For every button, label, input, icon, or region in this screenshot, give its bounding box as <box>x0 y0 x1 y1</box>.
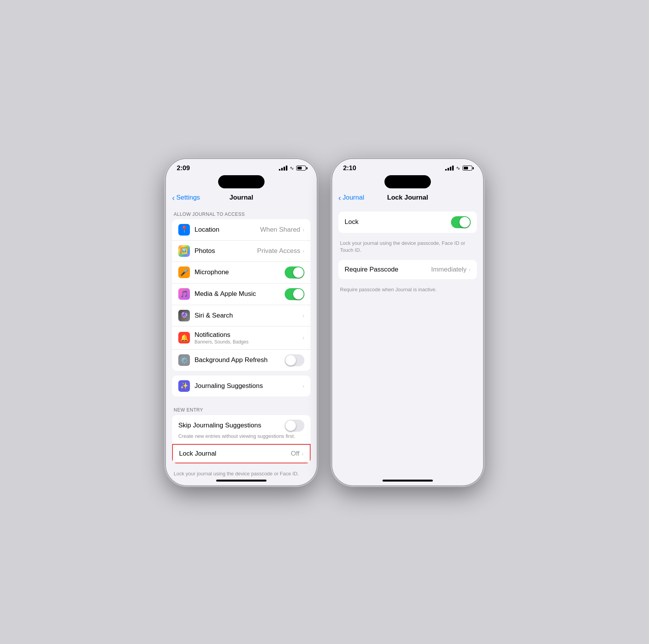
journaling-suggestions-chevron: › <box>302 383 304 389</box>
siri-chevron: › <box>302 313 304 319</box>
bg-refresh-row[interactable]: ⚙️ Background App Refresh <box>172 350 311 371</box>
location-label: Location <box>195 226 260 234</box>
wifi-icon-2: ∿ <box>456 165 460 171</box>
dynamic-island-2 <box>384 175 431 188</box>
media-toggle[interactable] <box>285 288 304 300</box>
new-entry-group: Skip Journaling Suggestions Create new e… <box>172 415 311 463</box>
home-indicator-2 <box>383 480 433 482</box>
media-icon: 🎵 <box>178 288 190 300</box>
journaling-suggestions-label: Journaling Suggestions <box>195 382 302 390</box>
battery-icon-2 <box>463 166 472 171</box>
lock-journal-row[interactable]: Lock Journal Off › <box>172 444 311 463</box>
home-indicator-1 <box>216 480 266 482</box>
back-chevron-2: ‹ <box>338 194 341 202</box>
nav-title-2: Lock Journal <box>387 194 428 202</box>
media-label: Media & Apple Music <box>195 290 285 298</box>
dynamic-island-1 <box>218 175 265 188</box>
notifications-sublabel: Banners, Sounds, Badges <box>195 339 302 345</box>
photos-row[interactable]: 🖼️ Photos Private Access › <box>172 241 311 262</box>
nav-bar-1: ‹ Settings Journal <box>166 191 317 205</box>
nav-bar-2: ‹ Journal Lock Journal <box>332 191 483 205</box>
time-1: 2:09 <box>177 164 190 172</box>
lock-journal-chevron: › <box>302 451 304 457</box>
signal-icon-2 <box>445 166 454 171</box>
section-header-access: ALLOW JOURNAL TO ACCESS <box>166 205 317 219</box>
bg-refresh-label: Background App Refresh <box>195 356 285 364</box>
siri-row[interactable]: 🔮 Siri & Search › <box>172 305 311 326</box>
lock-journal-label: Lock Journal <box>179 450 291 458</box>
back-button-2[interactable]: ‹ Journal <box>338 194 364 202</box>
status-icons-2: ∿ <box>445 165 472 171</box>
photos-chevron: › <box>302 248 304 254</box>
phone-2: 2:10 ∿ ‹ Journal Lock Journal <box>332 159 483 485</box>
notifications-icon: 🔔 <box>178 332 190 343</box>
battery-icon <box>296 166 306 171</box>
photos-icon: 🖼️ <box>178 245 190 257</box>
status-icons-1: ∿ <box>279 165 306 171</box>
location-chevron: › <box>302 227 304 233</box>
lock-toggle-label: Lock <box>345 218 451 226</box>
back-button-1[interactable]: ‹ Settings <box>172 194 200 202</box>
skip-journaling-sublabel: Create new entries without viewing sugge… <box>178 433 295 439</box>
notifications-label: Notifications <box>195 331 302 339</box>
content-1: ALLOW JOURNAL TO ACCESS 📍 Location When … <box>166 205 317 477</box>
signal-icon <box>279 166 287 171</box>
bg-refresh-toggle[interactable] <box>285 354 304 366</box>
microphone-icon: 🎤 <box>178 266 190 278</box>
siri-label: Siri & Search <box>195 312 302 319</box>
notifications-row[interactable]: 🔔 Notifications Banners, Sounds, Badges … <box>172 326 311 350</box>
siri-icon: 🔮 <box>178 310 190 321</box>
back-label-2: Journal <box>343 194 364 202</box>
journaling-suggestions-icon: ✨ <box>178 380 190 392</box>
skip-journaling-row[interactable]: Skip Journaling Suggestions Create new e… <box>172 415 311 444</box>
lock-group: Lock <box>338 212 477 233</box>
back-chevron-1: ‹ <box>172 194 175 202</box>
passcode-group: Require Passcode Immediately › <box>338 260 477 279</box>
passcode-description: Require passcode when Journal is inactiv… <box>332 284 483 299</box>
microphone-label: Microphone <box>195 268 285 276</box>
status-bar-2: 2:10 ∿ <box>332 159 483 175</box>
media-row[interactable]: 🎵 Media & Apple Music <box>172 284 311 305</box>
location-icon: 📍 <box>178 224 190 236</box>
journaling-suggestions-group: ✨ Journaling Suggestions › <box>172 376 311 396</box>
notifications-text: Notifications Banners, Sounds, Badges <box>195 331 302 345</box>
skip-journaling-toggle[interactable] <box>285 420 304 432</box>
lock-toggle-row[interactable]: Lock <box>338 212 477 233</box>
lock-description: Lock your journal using the device passc… <box>332 237 483 260</box>
journaling-suggestions-row[interactable]: ✨ Journaling Suggestions › <box>172 376 311 396</box>
lock-journal-description: Lock your journal using the device passc… <box>166 468 317 477</box>
passcode-label: Require Passcode <box>345 266 431 273</box>
access-group: 📍 Location When Shared › 🖼️ Photos Priva… <box>172 219 311 371</box>
microphone-row[interactable]: 🎤 Microphone <box>172 262 311 284</box>
wifi-icon: ∿ <box>290 165 294 171</box>
section-header-new-entry: NEW ENTRY <box>166 401 317 415</box>
location-row[interactable]: 📍 Location When Shared › <box>172 219 311 241</box>
passcode-chevron: › <box>469 266 471 273</box>
microphone-toggle[interactable] <box>285 266 304 278</box>
skip-journaling-label: Skip Journaling Suggestions <box>178 422 285 429</box>
content-2: Lock Lock your journal using the device … <box>332 205 483 477</box>
passcode-value: Immediately <box>431 266 467 273</box>
phone-1: 2:09 ∿ ‹ Settings Journal ALLOW JOURNAL … <box>166 159 317 485</box>
notifications-chevron: › <box>302 335 304 341</box>
photos-label: Photos <box>195 247 257 255</box>
location-value: When Shared <box>260 226 300 234</box>
photos-value: Private Access <box>257 247 301 255</box>
lock-toggle[interactable] <box>451 216 471 228</box>
lock-journal-value: Off <box>291 450 299 458</box>
back-label-1: Settings <box>176 194 200 202</box>
passcode-row[interactable]: Require Passcode Immediately › <box>338 260 477 279</box>
nav-title-1: Journal <box>229 194 253 202</box>
time-2: 2:10 <box>343 164 356 172</box>
status-bar-1: 2:09 ∿ <box>166 159 317 175</box>
skip-journaling-row-inner: Skip Journaling Suggestions <box>178 420 304 432</box>
bg-refresh-icon: ⚙️ <box>178 354 190 366</box>
